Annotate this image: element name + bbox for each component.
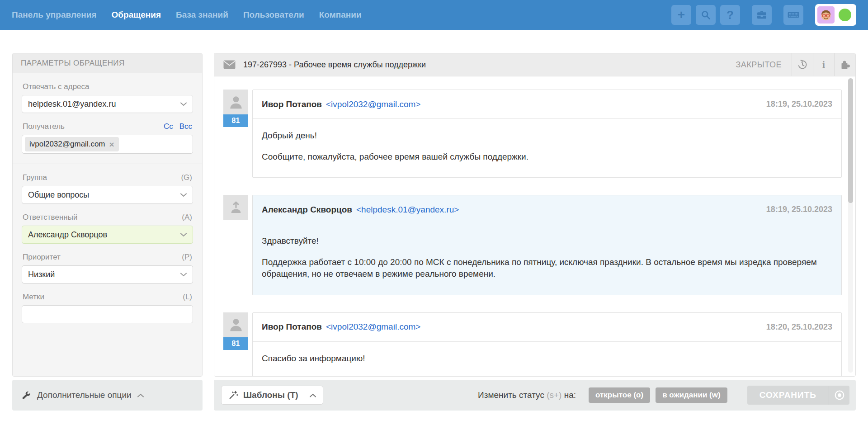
wrench-icon <box>21 390 31 400</box>
recipient-tag: ivpol2032@gmail.com × <box>25 137 119 151</box>
message-author: Ивор Потапов <box>262 99 322 109</box>
bcc-link[interactable]: Bcc <box>179 122 192 131</box>
person-icon <box>227 316 245 333</box>
keyboard-icon <box>787 9 800 21</box>
info-button[interactable]: i <box>813 53 834 76</box>
message-author: Александр Скворцов <box>262 205 352 215</box>
message-agent-1: Александр Скворцов <helpdesk.01@yandex.r… <box>223 195 842 295</box>
chevron-down-icon <box>180 102 187 106</box>
assignee-select[interactable]: Александр Скворцов <box>22 226 193 244</box>
status-hotkey-hint: (s+) <box>547 390 561 400</box>
workspace-button[interactable] <box>752 5 772 25</box>
status-open-button[interactable]: открытое (o) <box>589 387 650 403</box>
person-icon <box>227 94 245 111</box>
message-timestamp: 18:19, 25.10.2023 <box>766 205 832 214</box>
history-button[interactable] <box>792 53 813 76</box>
briefcase-icon <box>756 9 768 21</box>
save-options-toggle[interactable] <box>829 386 849 405</box>
group-select[interactable]: Общие вопросы <box>22 186 193 204</box>
assignee-value: Александр Скворцов <box>28 230 107 240</box>
message-timestamp: 18:20, 25.10.2023 <box>766 322 832 332</box>
integrations-button[interactable] <box>834 53 855 76</box>
chevron-up-icon <box>137 393 144 397</box>
labels-label: Метки <box>23 293 44 302</box>
templates-button[interactable]: Шаблоны (T) <box>221 386 323 405</box>
labels-input[interactable] <box>22 305 193 323</box>
save-label: СОХРАНИТЬ <box>747 386 829 405</box>
scrollbar-thumb[interactable] <box>848 78 853 203</box>
search-icon <box>700 9 711 20</box>
magic-wand-icon <box>228 390 238 400</box>
client-avatar <box>223 312 248 337</box>
agent-reply-icon <box>227 199 245 216</box>
user-menu[interactable] <box>815 4 856 26</box>
sidebar-title: ПАРАМЕТРЫ ОБРАЩЕНИЯ <box>13 53 202 73</box>
message-body: Здравствуйте! Поддержка работает с 10:00… <box>253 224 841 295</box>
chevron-up-icon <box>310 393 316 397</box>
nav-item-knowledge-base[interactable]: База знаний <box>176 10 228 20</box>
save-button[interactable]: СОХРАНИТЬ <box>747 386 849 405</box>
envelope-icon <box>223 60 236 69</box>
search-button[interactable] <box>696 5 716 25</box>
puzzle-icon <box>840 59 850 70</box>
message-client-2: 81 Ивор Потапов <ivpol2032@gmail.com> 18… <box>223 312 842 376</box>
priority-hotkey-hint: (P) <box>182 253 192 262</box>
message-timestamp: 18:19, 25.10.2023 <box>766 99 832 109</box>
status-pending-button[interactable]: в ожидании (w) <box>656 387 727 403</box>
agent-avatar <box>223 195 248 220</box>
priority-select[interactable]: Низкий <box>22 265 193 283</box>
help-button[interactable]: ? <box>720 5 740 25</box>
cc-link[interactable]: Cc <box>164 122 173 131</box>
top-nav: Панель управления Обращения База знаний … <box>0 0 868 30</box>
templates-label: Шаблоны (T) <box>243 390 298 400</box>
chevron-down-icon <box>180 193 187 197</box>
reply-from-select[interactable]: helpdesk.01@yandex.ru <box>22 95 193 113</box>
remove-recipient-icon[interactable]: × <box>109 140 114 149</box>
recipient-tag-value: ivpol2032@gmail.com <box>29 140 105 149</box>
message-card: Александр Скворцов <helpdesk.01@yandex.r… <box>252 195 842 295</box>
assignee-label: Ответственный <box>23 213 77 222</box>
divider <box>13 164 202 164</box>
recipient-input[interactable]: ivpol2032@gmail.com × <box>22 135 193 154</box>
group-label: Группа <box>23 173 47 182</box>
ticket-panel: 197-267993 - Рабочее время службы поддер… <box>214 53 856 377</box>
hotkeys-button[interactable] <box>783 5 803 25</box>
nav-item-dashboard[interactable]: Панель управления <box>12 10 97 20</box>
message-author-email[interactable]: <ivpol2032@gmail.com> <box>326 99 420 109</box>
circle-dot-icon <box>834 389 845 401</box>
ticket-params-panel: ПАРАМЕТРЫ ОБРАЩЕНИЯ Отвечать с адреса he… <box>12 53 203 377</box>
additional-options-label: Дополнительные опции <box>37 390 132 400</box>
message-card: Ивор Потапов <ivpol2032@gmail.com> 18:20… <box>252 312 842 376</box>
message-thread: 81 Ивор Потапов <ivpol2032@gmail.com> 18… <box>214 76 855 376</box>
message-author: Ивор Потапов <box>262 322 322 332</box>
plus-icon: + <box>678 8 685 22</box>
additional-options-toggle[interactable]: Дополнительные опции <box>12 380 203 411</box>
nav-item-users[interactable]: Пользователи <box>243 10 304 20</box>
labels-hotkey-hint: (L) <box>183 293 192 302</box>
create-ticket-button[interactable]: + <box>671 5 691 25</box>
client-avatar <box>223 90 248 114</box>
nav-item-tickets[interactable]: Обращения <box>112 10 161 20</box>
change-status-label: Изменить статус (s+) на: <box>478 390 576 400</box>
priority-label: Приоритет <box>23 253 61 262</box>
info-icon: i <box>822 59 825 71</box>
message-body: Спасибо за информацию! <box>253 342 841 376</box>
question-icon: ? <box>726 8 734 22</box>
ticket-status-badge: ЗАКРЫТОЕ <box>736 60 782 70</box>
message-card: Ивор Потапов <ivpol2032@gmail.com> 18:19… <box>252 90 842 178</box>
reply-from-value: helpdesk.01@yandex.ru <box>28 99 116 109</box>
thread-scrollbar[interactable] <box>848 78 853 373</box>
message-author-email[interactable]: <ivpol2032@gmail.com> <box>326 322 420 332</box>
online-status-indicator[interactable] <box>839 9 851 21</box>
message-body: Добрый день! Сообщите, пожалуйста, рабоч… <box>253 119 841 177</box>
client-id-badge: 81 <box>223 114 248 127</box>
nav-actions: + ? <box>667 4 856 26</box>
message-client-1: 81 Ивор Потапов <ivpol2032@gmail.com> 18… <box>223 90 842 178</box>
ticket-footer: Шаблоны (T) Изменить статус (s+) на: отк… <box>214 380 856 411</box>
history-icon <box>797 59 808 70</box>
nav-item-companies[interactable]: Компании <box>319 10 362 20</box>
avatar <box>817 6 835 24</box>
group-hotkey-hint: (G) <box>181 173 192 182</box>
priority-value: Низкий <box>28 270 55 279</box>
message-author-email[interactable]: <helpdesk.01@yandex.ru> <box>356 205 459 215</box>
